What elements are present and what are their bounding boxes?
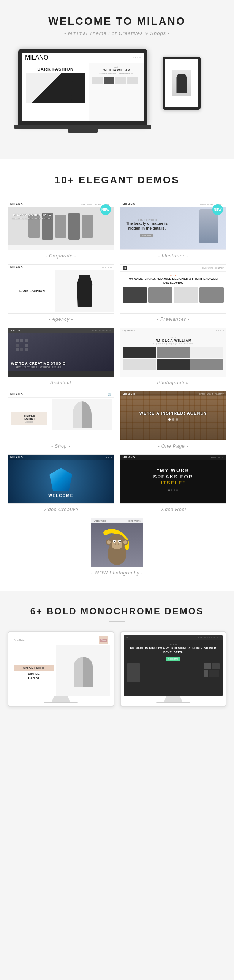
imac-shop-body: OlgaPhoto Shop SIMPLE bbox=[8, 632, 115, 706]
corp-text-overlay: MILANO CORPORATE Negative space with a s… bbox=[12, 213, 53, 220]
corp-hero: MILANO CORPORATE Negative space with a s… bbox=[8, 207, 114, 245]
vc-logo: MILANO bbox=[10, 456, 23, 459]
imac-shop: OlgaPhoto Shop SIMPLE bbox=[8, 632, 115, 706]
mono-shop-content: OlgaPhoto Shop SIMPLE bbox=[11, 635, 111, 696]
vr-text-3: ITSELF" bbox=[153, 480, 193, 487]
device-mockup: MILANO DARK FASHION bbox=[18, 49, 216, 140]
mono-shop-text: SIMPLE T-SHIRT bbox=[14, 672, 54, 679]
page-title: WELCOME TO MILANO bbox=[8, 15, 226, 27]
olga-name: I'M OLGA WILLIAM bbox=[92, 68, 140, 72]
mono-free-bottom bbox=[127, 663, 220, 682]
photographer-content: OlgaPhoto Hello, I'M OLGA WILLIAM a phot… bbox=[120, 328, 226, 377]
mono-freelancer[interactable]: IK HOME WORK CONTACT ¡HOLA! MY NAME IS K… bbox=[120, 632, 227, 706]
demo-corporate-label: - Corporate - bbox=[8, 253, 115, 259]
photo-logo: OlgaPhoto bbox=[123, 329, 135, 332]
new-badge-illustrator: NEW bbox=[212, 204, 223, 215]
shop-product-sub: Collection bbox=[13, 421, 45, 423]
shop-header: MILANO 🛒 bbox=[8, 391, 114, 398]
demo-onepage[interactable]: MILANO HOME ABOUT CONTACT WE'RE A INSPIR… bbox=[120, 391, 227, 449]
illus-logo: MILANO bbox=[123, 203, 135, 205]
svg-rect-2 bbox=[25, 339, 28, 342]
demo-freelancer-thumb: IK HOME WORK CONTACT 01/16 MY NAME IS KI… bbox=[120, 264, 227, 313]
demos-grid: NEW MILANO HOMEABOUTWORKCONTACT bbox=[8, 201, 226, 576]
shop-product-card: SIMPLE T-SHIRT Collection bbox=[11, 412, 47, 425]
welcome-section: WELCOME TO MILANO - Minimal Theme For Cr… bbox=[0, 0, 234, 159]
demo-shop-thumb: MILANO 🛒 SIMPLE T-SHIRT Collection bbox=[8, 391, 115, 441]
mono-shop-left: SIMPLE T-SHIRT SIMPLE T-SHIRT bbox=[11, 646, 56, 696]
demo-freelancer[interactable]: IK HOME WORK CONTACT 01/16 MY NAME IS KI… bbox=[120, 264, 227, 322]
vr-logo: MILANO bbox=[123, 456, 135, 459]
mono-product-badge-text: Shop bbox=[100, 639, 107, 642]
free-photos bbox=[123, 288, 224, 302]
vc-gem bbox=[49, 468, 72, 490]
mono-device-row-1 bbox=[204, 663, 220, 669]
mono-free-content: IK HOME WORK CONTACT ¡HOLA! MY NAME IS K… bbox=[124, 635, 223, 696]
illus-main: The beauty of nature is hidden in the de… bbox=[124, 221, 170, 231]
vc-header: MILANO bbox=[8, 455, 114, 460]
onepage-header: MILANO HOME ABOUT CONTACT bbox=[120, 391, 226, 396]
demo-freelancer-label: - Freelancer - bbox=[120, 317, 227, 322]
demo-photographer[interactable]: OlgaPhoto Hello, I'M OLGA WILLIAM a phot… bbox=[120, 328, 227, 385]
imac-stand-2 bbox=[162, 696, 185, 702]
arch-sub: Architecture & Interior Design bbox=[11, 366, 66, 368]
agency-figure-area bbox=[56, 270, 114, 312]
vr-text-1: "MY WORK bbox=[153, 468, 193, 474]
mono-device-2 bbox=[212, 663, 220, 669]
mono-free-hola: ¡HOLA! bbox=[127, 643, 220, 646]
shop-content: MILANO 🛒 SIMPLE T-SHIRT Collection bbox=[8, 391, 114, 440]
arch-hero: WE'RE A CREATIVE STUDIO Architecture & I… bbox=[8, 333, 114, 371]
illus-figure bbox=[199, 209, 222, 247]
title-divider bbox=[110, 41, 124, 41]
illus-text: Featured Project The beauty of nature is… bbox=[124, 219, 170, 238]
photo-dots bbox=[216, 330, 224, 331]
svg-point-20 bbox=[123, 540, 127, 544]
demo-agency-label: - Agency - bbox=[8, 317, 115, 322]
mono-shop[interactable]: OlgaPhoto Shop SIMPLE bbox=[8, 632, 115, 706]
mono-divider bbox=[110, 621, 124, 622]
mono-shop-logo: OlgaPhoto bbox=[14, 639, 24, 641]
monochrome-section: 6+ BOLD MONOCHROME DEMOS OlgaPhoto Shop bbox=[0, 591, 234, 722]
mono-tshirt: T-SHIRT bbox=[14, 676, 54, 680]
demo-video-creative[interactable]: MILANO WELCOME - Video Creative - bbox=[8, 455, 115, 512]
demo-illustrator-thumb: NEW MILANO HOME WORK CONTACT Featured Pr… bbox=[120, 201, 227, 250]
mono-free-btn[interactable]: Contact Me bbox=[166, 657, 180, 661]
demo-agency[interactable]: MILANO DARK FASHION - A bbox=[8, 264, 115, 322]
demo-photographer-label: - Photographer - bbox=[120, 380, 227, 385]
elegant-demos-section: 10+ ELEGANT DEMOS NEW MILANO HOMEABOUTWO… bbox=[0, 159, 234, 591]
mono-shop-hero: SIMPLE T-SHIRT SIMPLE T-SHIRT bbox=[11, 646, 111, 696]
photo-sub: a photography portfolio bbox=[123, 342, 223, 345]
demo-illustrator[interactable]: NEW MILANO HOME WORK CONTACT Featured Pr… bbox=[120, 201, 227, 259]
imac-stand bbox=[49, 696, 72, 702]
illus-header: MILANO HOME WORK CONTACT bbox=[120, 201, 226, 207]
vr-text: "MY WORK SPEAKS FOR ITSELF" bbox=[153, 468, 193, 487]
imac-shop-screen: OlgaPhoto Shop SIMPLE bbox=[11, 635, 111, 696]
free-logo-box: IK bbox=[123, 266, 127, 270]
vc-content: MILANO WELCOME bbox=[8, 455, 114, 503]
demo-video-creative-thumb: MILANO WELCOME bbox=[8, 455, 115, 504]
photo-cell-4 bbox=[123, 359, 156, 370]
mono-product-area: SIMPLE T-SHIRT bbox=[14, 665, 54, 671]
demo-illustrator-label: - Illustrator - bbox=[120, 253, 227, 259]
person-4 bbox=[68, 213, 80, 240]
mono-figure bbox=[74, 657, 93, 687]
mono-shop-nav: Shop bbox=[99, 636, 108, 644]
screen-fashion-image bbox=[26, 73, 85, 103]
demo-architect[interactable]: ARCH HOME WORK BLOG bbox=[8, 328, 115, 385]
agency-dots bbox=[102, 267, 112, 268]
demos-heading: 10+ ELEGANT DEMOS bbox=[8, 174, 226, 186]
photo-header: OlgaPhoto bbox=[120, 328, 226, 333]
corp-sub: Negative space with a story bbox=[12, 217, 53, 220]
corp-logo: MILANO bbox=[10, 203, 23, 205]
demo-wow-photography[interactable]: OlgaPhoto HOME WORK bbox=[91, 518, 143, 576]
demo-video-reel[interactable]: MILANO HOME WORK "MY WORK SPEAKS FOR ITS… bbox=[120, 455, 227, 512]
person-5 bbox=[82, 215, 93, 238]
demo-shop[interactable]: MILANO 🛒 SIMPLE T-SHIRT Collection bbox=[8, 391, 115, 449]
svg-rect-0 bbox=[16, 339, 19, 342]
svg-rect-4 bbox=[25, 344, 28, 347]
free-tag: 01/16 bbox=[123, 274, 224, 277]
demo-corporate[interactable]: NEW MILANO HOMEABOUTWORKCONTACT bbox=[8, 201, 115, 259]
freelancer-content: IK HOME WORK CONTACT 01/16 MY NAME IS KI… bbox=[120, 265, 226, 313]
mono-free-person-1 bbox=[127, 663, 140, 682]
mono-device-3 bbox=[204, 670, 208, 678]
svg-point-15 bbox=[116, 544, 117, 545]
